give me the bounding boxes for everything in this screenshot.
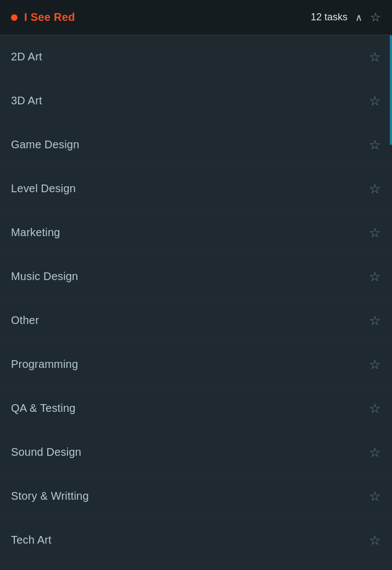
- item-label: 3D Art: [11, 94, 42, 107]
- item-label: Other: [11, 314, 39, 327]
- item-label: Tech Art: [11, 534, 52, 546]
- list-item[interactable]: Tech Art☆: [0, 518, 392, 562]
- scroll-bar: [390, 35, 392, 145]
- list-item[interactable]: Story & Writting☆: [0, 474, 392, 518]
- item-star-icon[interactable]: ☆: [369, 138, 381, 152]
- item-star-icon[interactable]: ☆: [369, 490, 381, 503]
- list-item[interactable]: 2D Art☆: [0, 35, 392, 79]
- list-item[interactable]: Game Design☆: [0, 123, 392, 167]
- item-star-icon[interactable]: ☆: [369, 226, 381, 239]
- category-list: 2D Art☆3D Art☆Game Design☆Level Design☆M…: [0, 35, 392, 562]
- item-label: 2D Art: [11, 51, 42, 63]
- item-label: Programming: [11, 358, 78, 371]
- list-item[interactable]: Music Design☆: [0, 255, 392, 299]
- list-item[interactable]: Other☆: [0, 299, 392, 343]
- list-item[interactable]: Level Design☆: [0, 167, 392, 211]
- item-label: Marketing: [11, 226, 60, 239]
- chevron-up-icon[interactable]: ∧: [355, 12, 362, 24]
- list-item[interactable]: QA & Testing☆: [0, 387, 392, 431]
- status-dot: [11, 14, 18, 21]
- item-star-icon[interactable]: ☆: [369, 182, 381, 195]
- item-star-icon[interactable]: ☆: [369, 534, 381, 547]
- item-star-icon[interactable]: ☆: [369, 314, 381, 327]
- header-left: I See Red: [11, 11, 75, 24]
- item-star-icon[interactable]: ☆: [369, 94, 381, 108]
- list-item[interactable]: Sound Design☆: [0, 431, 392, 474]
- item-star-icon[interactable]: ☆: [369, 51, 381, 64]
- header-right: 12 tasks ∧ ☆: [311, 12, 381, 24]
- item-label: Game Design: [11, 138, 79, 151]
- page-title: I See Red: [24, 11, 75, 24]
- item-label: Story & Writting: [11, 490, 89, 502]
- item-label: Level Design: [11, 182, 76, 195]
- item-label: QA & Testing: [11, 402, 76, 415]
- item-star-icon[interactable]: ☆: [369, 446, 381, 459]
- item-star-icon[interactable]: ☆: [369, 358, 381, 371]
- item-label: Sound Design: [11, 446, 81, 459]
- list-item[interactable]: 3D Art☆: [0, 79, 392, 123]
- item-star-icon[interactable]: ☆: [369, 402, 381, 415]
- item-star-icon[interactable]: ☆: [369, 270, 381, 283]
- list-item[interactable]: Marketing☆: [0, 211, 392, 255]
- header: I See Red 12 tasks ∧ ☆: [0, 0, 392, 35]
- header-star-icon[interactable]: ☆: [370, 12, 381, 24]
- list-item[interactable]: Programming☆: [0, 343, 392, 387]
- tasks-count: 12 tasks: [311, 12, 348, 23]
- item-label: Music Design: [11, 270, 78, 283]
